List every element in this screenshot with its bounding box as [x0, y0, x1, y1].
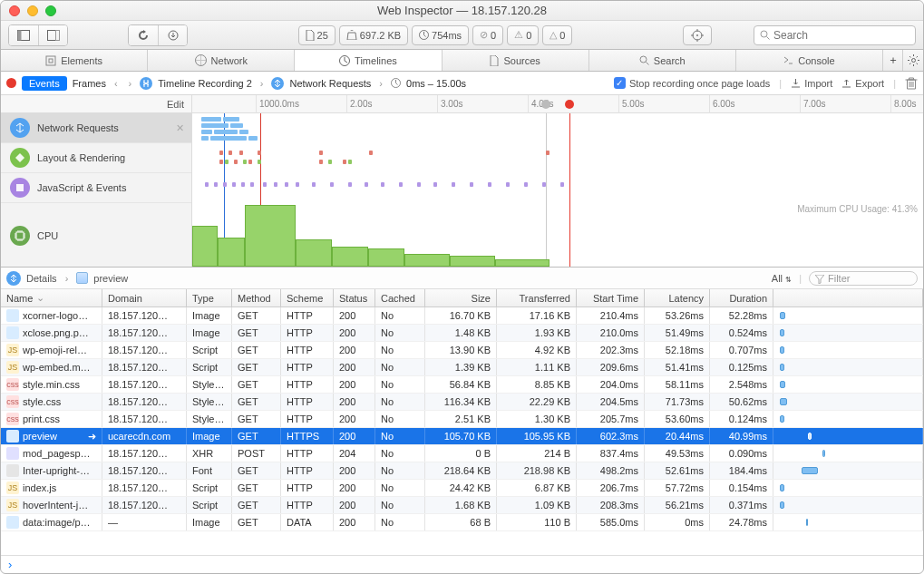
network-icon — [195, 54, 207, 66]
cell-waterfall — [773, 342, 923, 358]
tab-network[interactable]: Network — [148, 50, 295, 71]
svg-rect-17 — [16, 232, 24, 239]
table-row[interactable]: data:image/p…—ImageGETDATA200No68 B110 B… — [1, 514, 923, 531]
cell-cached: No — [375, 480, 425, 496]
cell-scheme: HTTP — [281, 497, 334, 513]
tab-elements[interactable]: Elements — [1, 50, 148, 71]
table-row[interactable]: JShoverIntent-j…18.157.120…ScriptGETHTTP… — [1, 497, 923, 514]
tab-settings-button[interactable] — [903, 50, 923, 71]
time-range[interactable]: 0ms – 15.00s — [406, 78, 466, 89]
clear-button[interactable] — [905, 77, 918, 90]
nav-back-button[interactable]: ‹ — [112, 78, 121, 89]
col-waterfall[interactable] — [773, 289, 923, 306]
cell-name: hoverIntent-j… — [23, 500, 88, 511]
filter-input[interactable]: Filter — [809, 271, 918, 286]
goto-icon[interactable]: ➜ — [88, 431, 96, 443]
record-button[interactable] — [6, 78, 16, 88]
reload-button[interactable] — [129, 25, 158, 45]
close-window-button[interactable] — [9, 5, 20, 16]
zoom-window-button[interactable] — [45, 5, 56, 16]
import-button[interactable]: Import — [791, 78, 832, 89]
cell-size: 0 B — [425, 445, 497, 462]
track-layout-rendering[interactable]: Layout & Rendering — [1, 143, 191, 173]
logs-pill[interactable]: △0 — [542, 25, 572, 45]
section-name[interactable]: Network Requests — [289, 78, 371, 89]
tab-console[interactable]: Console — [736, 50, 883, 71]
resource-count-pill[interactable]: 25 — [298, 25, 336, 45]
cell-name: wp-embed.m… — [23, 362, 91, 373]
table-row[interactable]: xcorner-logo…18.157.120…ImageGETHTTP200N… — [1, 307, 923, 325]
cell-domain: ucarecdn.com — [102, 428, 187, 444]
recording-name[interactable]: Timeline Recording 2 — [158, 78, 252, 89]
table-row[interactable]: JSindex.js18.157.120…ScriptGETHTTP200No2… — [1, 480, 923, 497]
col-cached[interactable]: Cached — [375, 289, 425, 306]
export-button[interactable]: Export — [841, 78, 884, 89]
track-network-requests[interactable]: Network Requests ✕ — [1, 113, 191, 143]
toolbar-search[interactable] — [754, 25, 916, 45]
cell-waterfall — [773, 359, 923, 375]
warnings-pill[interactable]: ⚠0 — [507, 25, 539, 45]
col-type[interactable]: Type — [187, 289, 232, 306]
tab-timelines[interactable]: Timelines — [295, 50, 442, 71]
network-table: Name⌄ Domain Type Method Scheme Status C… — [1, 289, 923, 531]
toolbar-search-input[interactable] — [773, 29, 909, 42]
transfer-weight-pill[interactable]: 697.2 KB — [339, 25, 408, 45]
cell-latency: 52.18ms — [645, 342, 710, 358]
load-time-pill[interactable]: 754ms — [412, 25, 469, 45]
track-javascript-events[interactable]: JavaScript & Events — [1, 173, 191, 203]
details-label[interactable]: Details — [26, 273, 57, 284]
col-transferred[interactable]: Transferred — [497, 289, 577, 306]
table-row[interactable]: Inter-upright-…18.157.120…FontGETHTTP200… — [1, 462, 923, 480]
new-tab-button[interactable]: ＋ — [883, 50, 903, 71]
col-method[interactable]: Method — [232, 289, 281, 306]
recording-icon — [140, 77, 152, 90]
range-end-handle[interactable] — [565, 100, 574, 109]
tab-sources[interactable]: Sources — [443, 50, 589, 71]
table-row[interactable]: xclose.png.p…18.157.120…ImageGETHTTP200N… — [1, 325, 923, 342]
table-row[interactable]: JSwp-embed.m…18.157.120…ScriptGETHTTP200… — [1, 359, 923, 376]
timeline-ruler[interactable]: Edit 1000.0ms2.00s3.00s4.00s5.00s6.00s7.… — [1, 95, 923, 113]
window-titlebar: Web Inspector — 18.157.120.28 — [1, 1, 923, 21]
table-row[interactable]: mod_pagesp…18.157.120…XHRPOSTHTTP204No0 … — [1, 445, 923, 462]
table-row[interactable]: cssstyle.min.css18.157.120…Style…GETHTTP… — [1, 376, 923, 394]
cell-latency: 58.11ms — [645, 376, 710, 393]
col-status[interactable]: Status — [334, 289, 375, 306]
table-row[interactable]: preview➜ucarecdn.comImageGETHTTPS200No10… — [1, 428, 923, 445]
col-scheme[interactable]: Scheme — [281, 289, 334, 306]
console-prompt[interactable]: › — [1, 555, 923, 573]
nav-forward-button[interactable]: › — [126, 78, 135, 89]
table-row[interactable]: JSwp-emoji-rel…18.157.120…ScriptGETHTTP2… — [1, 342, 923, 359]
timeline-graph[interactable]: Maximum CPU Usage: 41.3% — [192, 113, 923, 267]
toggle-left-sidebar-button[interactable] — [9, 25, 38, 45]
download-button[interactable] — [158, 25, 187, 45]
cell-cached: No — [375, 428, 425, 444]
toggle-right-sidebar-button[interactable] — [38, 25, 67, 45]
errors-pill[interactable]: ⊘0 — [472, 25, 503, 45]
edit-timelines-button[interactable]: Edit — [1, 95, 192, 112]
scope-selector[interactable]: All ⇅ — [772, 273, 792, 284]
table-row[interactable]: cssprint.css18.157.120…Style…GETHTTP200N… — [1, 411, 923, 428]
col-start-time[interactable]: Start Time — [577, 289, 645, 306]
col-domain[interactable]: Domain — [102, 289, 187, 306]
details-item[interactable]: preview — [93, 273, 128, 284]
tab-search[interactable]: Search — [589, 50, 736, 71]
col-size[interactable]: Size — [425, 289, 497, 306]
col-name[interactable]: Name⌄ — [1, 289, 102, 306]
cpu-track-icon — [10, 226, 30, 246]
cell-cached: No — [375, 307, 425, 324]
element-picker-button[interactable] — [683, 25, 712, 45]
col-duration[interactable]: Duration — [710, 289, 773, 306]
range-start-handle[interactable] — [541, 100, 550, 109]
cell-duration: 184.4ms — [710, 462, 773, 479]
track-cpu[interactable]: CPU — [1, 203, 191, 268]
cell-status: 204 — [334, 445, 375, 462]
cell-size: 16.70 KB — [425, 307, 497, 324]
stop-on-load-checkbox[interactable]: ✓Stop recording once page loads — [614, 77, 770, 89]
table-row[interactable]: cssstyle.css18.157.120…Style…GETHTTP200N… — [1, 394, 923, 411]
col-latency[interactable]: Latency — [645, 289, 710, 306]
events-view-toggle[interactable]: Events — [22, 76, 67, 91]
frames-view-toggle[interactable]: Frames — [73, 78, 106, 89]
minimize-window-button[interactable] — [27, 5, 38, 16]
cell-waterfall — [773, 497, 923, 513]
close-icon[interactable]: ✕ — [176, 122, 184, 134]
